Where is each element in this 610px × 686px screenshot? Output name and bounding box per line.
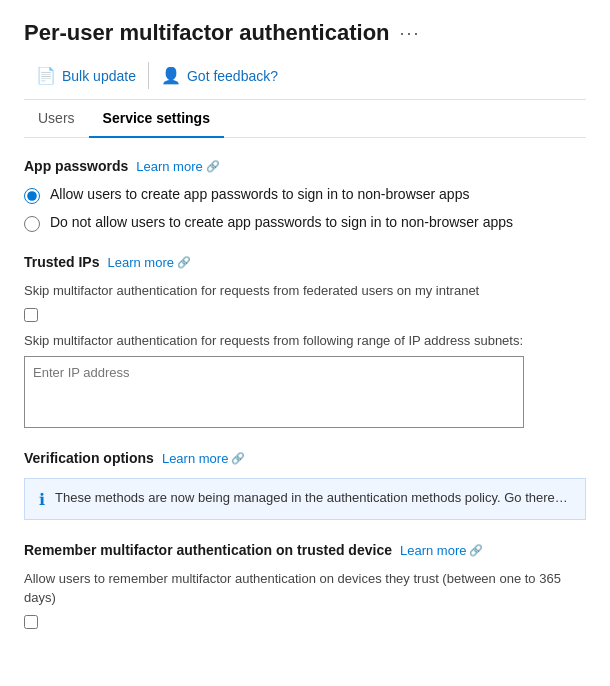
verification-options-section: Verification options Learn more 🔗 ℹ Thes… bbox=[24, 450, 586, 520]
trusted-ips-learn-more[interactable]: Learn more 🔗 bbox=[107, 255, 190, 270]
tab-users[interactable]: Users bbox=[24, 100, 89, 138]
page-title: Per-user multifactor authentication bbox=[24, 20, 390, 46]
bulk-update-icon: 📄 bbox=[36, 66, 56, 85]
federated-users-checkbox[interactable] bbox=[24, 308, 38, 322]
verification-options-title-row: Verification options Learn more 🔗 bbox=[24, 450, 586, 466]
feedback-button[interactable]: 👤 Got feedback? bbox=[149, 62, 290, 89]
app-passwords-title: App passwords bbox=[24, 158, 128, 174]
remember-mfa-checkbox[interactable] bbox=[24, 615, 38, 629]
disallow-app-passwords-label: Do not allow users to create app passwor… bbox=[50, 214, 513, 230]
allow-app-passwords-option[interactable]: Allow users to create app passwords to s… bbox=[24, 186, 586, 204]
remember-mfa-checkbox-row bbox=[24, 613, 586, 629]
tabs: Users Service settings bbox=[24, 100, 586, 138]
remember-mfa-section: Remember multifactor authentication on t… bbox=[24, 542, 586, 628]
app-passwords-title-row: App passwords Learn more 🔗 bbox=[24, 158, 586, 174]
disallow-app-passwords-radio[interactable] bbox=[24, 216, 40, 232]
allow-app-passwords-label: Allow users to create app passwords to s… bbox=[50, 186, 469, 202]
verification-options-title: Verification options bbox=[24, 450, 154, 466]
allow-app-passwords-radio[interactable] bbox=[24, 188, 40, 204]
federated-users-checkbox-row bbox=[24, 306, 586, 322]
verification-info-banner: ℹ These methods are now being managed in… bbox=[24, 478, 586, 520]
subnet-label: Skip multifactor authentication for requ… bbox=[24, 332, 586, 350]
info-icon: ℹ bbox=[39, 490, 45, 509]
trusted-ips-ext-icon: 🔗 bbox=[177, 256, 191, 269]
verification-options-learn-more-text: Learn more bbox=[162, 451, 228, 466]
remember-mfa-title-row: Remember multifactor authentication on t… bbox=[24, 542, 586, 558]
page-title-row: Per-user multifactor authentication ··· bbox=[24, 20, 586, 46]
tab-service-settings[interactable]: Service settings bbox=[89, 100, 224, 138]
app-passwords-learn-more-text: Learn more bbox=[136, 159, 202, 174]
trusted-ips-title: Trusted IPs bbox=[24, 254, 99, 270]
remember-mfa-ext-icon: 🔗 bbox=[469, 544, 483, 557]
app-passwords-section: App passwords Learn more 🔗 Allow users t… bbox=[24, 158, 586, 232]
ip-address-input[interactable] bbox=[24, 356, 524, 428]
verification-info-text: These methods are now being managed in t… bbox=[55, 489, 571, 507]
feedback-icon: 👤 bbox=[161, 66, 181, 85]
remember-mfa-learn-more[interactable]: Learn more 🔗 bbox=[400, 543, 483, 558]
more-options-icon[interactable]: ··· bbox=[400, 23, 421, 44]
remember-mfa-title: Remember multifactor authentication on t… bbox=[24, 542, 392, 558]
remember-mfa-learn-more-text: Learn more bbox=[400, 543, 466, 558]
feedback-label: Got feedback? bbox=[187, 68, 278, 84]
toolbar: 📄 Bulk update 👤 Got feedback? bbox=[24, 62, 586, 100]
verification-options-learn-more[interactable]: Learn more 🔗 bbox=[162, 451, 245, 466]
trusted-ips-section: Trusted IPs Learn more 🔗 Skip multifacto… bbox=[24, 254, 586, 428]
disallow-app-passwords-option[interactable]: Do not allow users to create app passwor… bbox=[24, 214, 586, 232]
federated-users-label: Skip multifactor authentication for requ… bbox=[24, 282, 586, 300]
trusted-ips-title-row: Trusted IPs Learn more 🔗 bbox=[24, 254, 586, 270]
bulk-update-label: Bulk update bbox=[62, 68, 136, 84]
app-passwords-learn-more[interactable]: Learn more 🔗 bbox=[136, 159, 219, 174]
bulk-update-button[interactable]: 📄 Bulk update bbox=[24, 62, 149, 89]
trusted-ips-learn-more-text: Learn more bbox=[107, 255, 173, 270]
remember-mfa-label: Allow users to remember multifactor auth… bbox=[24, 570, 586, 606]
external-link-icon: 🔗 bbox=[206, 160, 220, 173]
verification-ext-icon: 🔗 bbox=[231, 452, 245, 465]
